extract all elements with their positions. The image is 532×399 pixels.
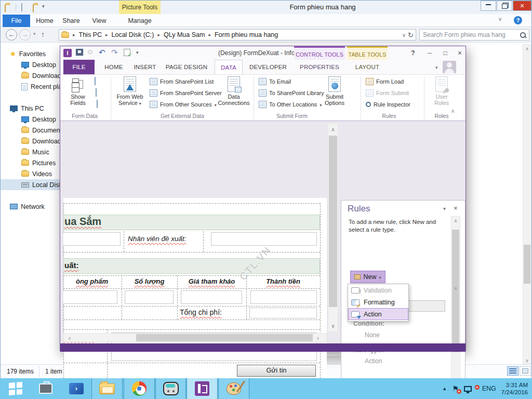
refresh-icon[interactable]: ↻	[408, 31, 414, 39]
recent-locations-caret[interactable]: ▾	[33, 31, 36, 36]
sidebar-item-downloads[interactable]: Downloads	[21, 70, 64, 81]
explorer-tab-view[interactable]: View	[88, 15, 111, 27]
from-other-sources-button[interactable]: From Other Sources	[150, 99, 217, 110]
price-textbox[interactable]	[181, 290, 242, 304]
menu-item-action[interactable]: Action	[348, 308, 408, 320]
explorer-tab-manage[interactable]: Manage	[119, 15, 161, 27]
help-icon[interactable]: ?	[514, 16, 522, 24]
scroll-down-icon[interactable]: ∨	[328, 323, 338, 329]
taskbar-infopath[interactable]	[187, 378, 218, 399]
scroll-down-icon[interactable]: ∨	[523, 358, 531, 363]
scroll-up-icon[interactable]: ∧	[451, 218, 460, 223]
staff-name-textbox[interactable]	[211, 232, 317, 246]
breadcrumb-this-pc[interactable]: This PC	[79, 31, 102, 38]
upload-icon[interactable]: ⊙	[87, 48, 93, 56]
infopath-tab-page-design[interactable]: PAGE DESIGN	[164, 60, 209, 74]
view-toggle-list[interactable]	[507, 366, 518, 376]
sidebar-item-pc-downloads[interactable]: Downloads	[21, 136, 64, 147]
show-fields-button[interactable]: Show Fields	[64, 76, 91, 112]
breadcrumb-local-disk[interactable]: Local Disk (C:)	[112, 31, 154, 38]
ribbon-collapse-icon[interactable]: ∧	[451, 108, 455, 114]
infopath-close-button[interactable]: ×	[454, 48, 466, 58]
taskbar-file-explorer[interactable]	[91, 378, 123, 399]
back-button[interactable]: ←	[6, 29, 17, 41]
taskbar-paint[interactable]	[218, 378, 249, 399]
pane-options-caret[interactable]: ▾	[443, 206, 446, 211]
qat-customize-icon[interactable]: ▾	[42, 4, 45, 9]
scroll-up-icon[interactable]: ∧	[328, 126, 338, 133]
ribbon-collapse-icon[interactable]: ∨	[498, 16, 502, 22]
design-checker-icon[interactable]: ✓	[124, 49, 130, 56]
scroll-left-icon[interactable]: ‹	[65, 335, 74, 342]
ribbon-display-caret[interactable]: ▾	[435, 65, 438, 70]
save-icon[interactable]	[76, 49, 83, 56]
pane-close-icon[interactable]: ×	[454, 204, 458, 212]
form-load-button[interactable]: Form Load	[366, 76, 404, 87]
user-avatar[interactable]	[443, 61, 456, 73]
to-sharepoint-library-button[interactable]: To SharePoint Library	[259, 88, 324, 98]
taskbar-chrome[interactable]	[124, 378, 155, 399]
send-button[interactable]: Gửi tin	[237, 365, 316, 377]
taskbar-unikey[interactable]	[155, 378, 186, 399]
product-textbox[interactable]	[63, 290, 117, 304]
amount-textbox[interactable]	[250, 290, 317, 304]
infopath-help-icon[interactable]: ?	[407, 48, 419, 58]
rule-inspector-button[interactable]: Rule Inspector	[366, 99, 410, 110]
default-values-icon[interactable]	[95, 77, 96, 85]
explorer-tab-share[interactable]: Share	[59, 15, 83, 27]
infopath-tab-developer[interactable]: DEVELOPER	[248, 60, 288, 74]
action-center-icon[interactable]: ⚑	[452, 384, 459, 393]
to-email-button[interactable]: To Email	[259, 76, 291, 87]
taskbar-server-manager[interactable]	[31, 378, 60, 399]
from-web-service-button[interactable]: From Web Service	[114, 76, 145, 112]
explorer-restore-button[interactable]	[497, 1, 512, 11]
infopath-tab-home[interactable]: HOME	[101, 60, 127, 74]
scroll-right-icon[interactable]: ›	[314, 335, 322, 342]
form-canvas[interactable]: ua Sắm Nhân viên đề xuất: uất: òng phẩm	[63, 198, 327, 399]
tray-expand-icon[interactable]: ▲	[442, 386, 447, 391]
breadcrumb-qly-mua-sam[interactable]: QLy Mua Sam	[164, 31, 205, 38]
sidebar-item-pc-desktop[interactable]: Desktop	[21, 114, 56, 125]
sidebar-item-music[interactable]: Music	[21, 147, 49, 157]
up-button[interactable]: ↑	[41, 30, 45, 38]
from-sharepoint-list-button[interactable]: From SharePoint List	[150, 76, 214, 87]
total-textbox[interactable]	[249, 308, 317, 318]
preview-data-icon[interactable]	[96, 88, 97, 97]
user-roles-button[interactable]: User Roles	[428, 76, 455, 112]
tray-network-icon[interactable]	[464, 386, 472, 392]
forward-button[interactable]: →	[19, 29, 31, 41]
taskbar-powershell[interactable]: ›	[62, 378, 90, 399]
undo-icon[interactable]: ↶	[99, 48, 105, 57]
sidebar-item-pictures[interactable]: Pictures	[21, 157, 56, 168]
infopath-minimize-button[interactable]: ─	[424, 48, 435, 58]
infopath-tab-properties[interactable]: PROPERTIES	[298, 60, 341, 74]
infopath-tab-data[interactable]: DATA	[215, 60, 243, 75]
explorer-scrollbar-thumb[interactable]	[524, 245, 530, 284]
address-box[interactable]: ▸ This PC ▸ Local Disk (C:) ▸ QLy Mua Sa…	[59, 29, 416, 41]
sidebar-item-local-disk[interactable]: Local Disk (C:)	[1, 179, 62, 190]
data-connections-button[interactable]: Data Connections	[217, 76, 250, 112]
menu-item-formatting[interactable]: Formatting	[348, 296, 408, 308]
form-scrollbar-thumb[interactable]	[329, 136, 337, 307]
to-other-locations-button[interactable]: To Other Locations	[259, 99, 322, 110]
new-rule-button[interactable]: New	[350, 271, 385, 283]
sidebar-group-favorites[interactable]: ★Favorites	[10, 48, 46, 59]
start-button[interactable]	[3, 378, 28, 399]
tray-clock[interactable]: 3:31 AM 7/24/2016	[501, 381, 528, 396]
explorer-minimize-button[interactable]	[481, 1, 496, 11]
sidebar-item-desktop[interactable]: Desktop	[21, 59, 56, 70]
qty-textbox[interactable]	[125, 290, 174, 304]
picture-tools-contextual-tab[interactable]: Picture Tools	[119, 1, 161, 14]
sidebar-item-videos[interactable]: Videos	[21, 168, 52, 179]
explorer-qat-folder-icon[interactable]	[5, 4, 6, 12]
qat-customize-icon[interactable]: ▾	[136, 50, 139, 55]
sidebar-group-this-pc[interactable]: This PC	[10, 103, 44, 114]
submit-options-button[interactable]: Submit Options	[320, 76, 349, 112]
explorer-scrollbar[interactable]	[523, 44, 531, 364]
redo-icon[interactable]: ↷	[111, 48, 118, 57]
form-submit-button[interactable]: Form Submit	[366, 88, 409, 98]
breadcrumb-current-folder[interactable]: Form phieu mua hang	[215, 31, 278, 38]
sidebar-item-documents[interactable]: Documents	[21, 125, 65, 136]
infopath-tab-file[interactable]: FILE	[63, 60, 95, 74]
search-box[interactable]: Search Form phieu mua hang	[419, 29, 529, 41]
